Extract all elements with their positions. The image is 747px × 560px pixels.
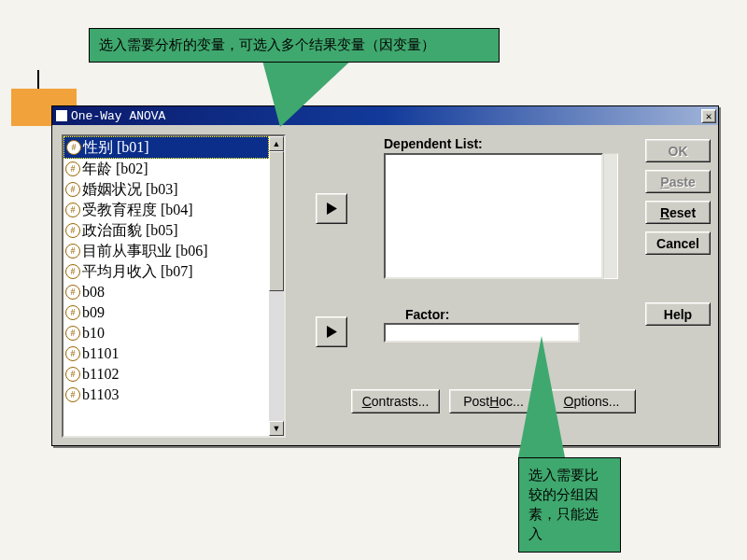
list-item[interactable]: #年龄 [b02] bbox=[63, 159, 269, 179]
list-item-label: 性别 [b01] bbox=[83, 137, 149, 158]
scroll-up-button[interactable]: ▲ bbox=[269, 136, 284, 151]
list-item-label: 平均月收入 [b07] bbox=[82, 261, 193, 282]
variable-icon: # bbox=[65, 305, 80, 320]
list-item-label: 政治面貌 [b05] bbox=[82, 220, 178, 241]
variable-list-scrollbar[interactable]: ▲ ▼ bbox=[269, 136, 284, 436]
variable-icon: # bbox=[65, 182, 80, 197]
list-item-label: b1101 bbox=[82, 343, 119, 364]
callout-dependent-tail bbox=[261, 57, 355, 127]
list-item-label: b1103 bbox=[82, 385, 119, 405]
label-factor: Factor: bbox=[405, 307, 449, 322]
variable-icon: # bbox=[66, 140, 81, 155]
variable-icon: # bbox=[65, 244, 80, 259]
list-item[interactable]: #目前从事职业 [b06] bbox=[63, 241, 269, 261]
list-item[interactable]: #b1101 bbox=[63, 343, 269, 364]
anova-dialog: One-Way ANOVA ✕ #性别 [b01]#年龄 [b02]#婚姻状况 … bbox=[51, 105, 719, 446]
callout-factor-tail bbox=[518, 336, 565, 457]
label-dependent-list: Dependent List: bbox=[384, 136, 483, 151]
move-to-factor-button[interactable] bbox=[316, 316, 347, 347]
list-item[interactable]: #性别 [b01] bbox=[63, 136, 269, 159]
dialog-title: One-Way ANOVA bbox=[71, 109, 701, 123]
app-icon bbox=[56, 110, 67, 121]
variable-list-wrap: #性别 [b01]#年龄 [b02]#婚姻状况 [b03]#受教育程度 [b04… bbox=[62, 134, 286, 438]
variable-icon: # bbox=[65, 387, 80, 402]
help-button[interactable]: Help bbox=[645, 302, 711, 326]
list-item[interactable]: #婚姻状况 [b03] bbox=[63, 179, 269, 200]
move-to-dependent-button[interactable] bbox=[316, 193, 347, 224]
paste-button[interactable]: Paste bbox=[645, 170, 711, 193]
list-item-label: 婚姻状况 [b03] bbox=[82, 179, 178, 200]
list-item-label: 年龄 [b02] bbox=[82, 159, 148, 179]
reset-button[interactable]: Reset bbox=[645, 201, 711, 224]
dependent-list-box[interactable] bbox=[384, 153, 603, 279]
dependent-list-scrollbar-disabled bbox=[603, 153, 618, 279]
callout-factor: 选入需要比较的分组因素，只能选入 bbox=[518, 457, 621, 553]
list-item[interactable]: #b10 bbox=[63, 323, 269, 343]
variable-icon: # bbox=[65, 367, 80, 382]
dialog-content: #性别 [b01]#年龄 [b02]#婚姻状况 [b03]#受教育程度 [b04… bbox=[52, 125, 718, 447]
list-item[interactable]: #b1103 bbox=[63, 385, 269, 405]
variable-icon: # bbox=[65, 326, 80, 341]
list-item-label: b08 bbox=[82, 282, 105, 302]
list-item-label: 目前从事职业 [b06] bbox=[82, 241, 208, 261]
variable-icon: # bbox=[65, 223, 80, 238]
list-item-label: 受教育程度 [b04] bbox=[82, 200, 193, 220]
list-item-label: b09 bbox=[82, 302, 105, 323]
contrasts-button[interactable]: Contrasts... bbox=[351, 389, 440, 413]
scroll-down-button[interactable]: ▼ bbox=[269, 421, 284, 436]
list-item-label: b10 bbox=[82, 323, 105, 343]
scroll-thumb[interactable] bbox=[269, 151, 284, 291]
list-item[interactable]: #政治面貌 [b05] bbox=[63, 220, 269, 241]
scroll-track[interactable] bbox=[269, 291, 284, 421]
text-cursor bbox=[37, 70, 39, 89]
list-item[interactable]: #受教育程度 [b04] bbox=[63, 200, 269, 220]
variable-icon: # bbox=[65, 264, 80, 279]
variable-icon: # bbox=[65, 161, 80, 176]
variable-list[interactable]: #性别 [b01]#年龄 [b02]#婚姻状况 [b03]#受教育程度 [b04… bbox=[63, 136, 269, 436]
variable-icon: # bbox=[65, 203, 80, 217]
callout-dependent: 选入需要分析的变量，可选入多个结果变量（因变量） bbox=[89, 28, 500, 63]
cancel-button[interactable]: Cancel bbox=[645, 231, 711, 255]
triangle-right-icon bbox=[327, 203, 337, 215]
svg-marker-0 bbox=[327, 203, 337, 215]
list-item[interactable]: #平均月收入 [b07] bbox=[63, 261, 269, 282]
variable-icon: # bbox=[65, 285, 80, 300]
ok-button[interactable]: OK bbox=[645, 139, 711, 162]
list-item[interactable]: #b08 bbox=[63, 282, 269, 302]
titlebar: One-Way ANOVA ✕ bbox=[52, 106, 718, 125]
close-button[interactable]: ✕ bbox=[701, 109, 716, 123]
variable-icon: # bbox=[65, 346, 80, 361]
triangle-right-icon bbox=[327, 326, 337, 338]
list-item[interactable]: #b09 bbox=[63, 302, 269, 323]
svg-marker-1 bbox=[327, 326, 337, 338]
list-item[interactable]: #b1102 bbox=[63, 364, 269, 385]
list-item-label: b1102 bbox=[82, 364, 119, 385]
